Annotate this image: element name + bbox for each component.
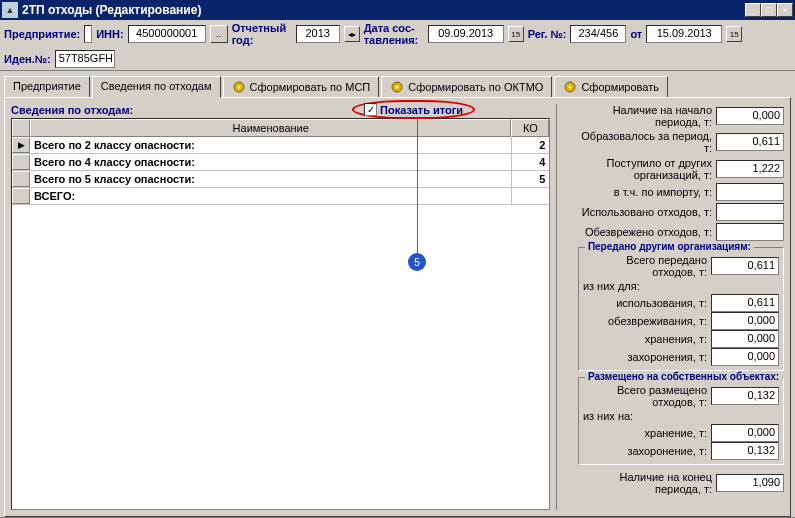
val[interactable]: 0,000 (711, 330, 779, 348)
val[interactable]: 0,000 (711, 348, 779, 366)
svg-point-1 (237, 86, 240, 89)
gear-icon (563, 80, 577, 94)
val[interactable]: 1,090 (716, 474, 784, 492)
lbl: Использовано отходов, т: (578, 206, 716, 218)
lbl: Образовалось за период, т: (578, 130, 716, 154)
tab-form-label: Сформировать (581, 81, 659, 93)
group-transferred: Передано другим организациям: Всего пере… (578, 247, 784, 371)
row-indicator-icon (12, 171, 30, 187)
table-row[interactable]: ▶ Всего по 2 классу опасности: 2 (12, 137, 549, 154)
cell-ko: 4 (511, 154, 549, 170)
org-field[interactable] (84, 25, 92, 43)
val[interactable] (716, 223, 784, 241)
col-ko[interactable]: КО (511, 119, 549, 137)
show-totals-checkbox[interactable]: ✓ (364, 103, 377, 116)
tab-form-msp[interactable]: Сформировать по МСП (223, 76, 380, 98)
svg-point-5 (569, 86, 572, 89)
iden-field[interactable]: 57T85GFH (55, 50, 115, 68)
lbl: в т.ч. по импорту, т: (578, 186, 716, 198)
sublabel: из них для: (583, 278, 779, 294)
lbl: хранение, т: (583, 427, 711, 439)
date-calendar-icon[interactable]: 15 (508, 26, 524, 42)
row-indicator-icon (12, 188, 30, 204)
table-row[interactable]: ВСЕГО: (12, 188, 549, 205)
svg-point-3 (396, 86, 399, 89)
tab-form-msp-label: Сформировать по МСП (250, 81, 371, 93)
val[interactable]: 0,000 (711, 312, 779, 330)
close-button[interactable]: × (777, 3, 793, 17)
year-stepper-icon[interactable]: ◂▸ (344, 26, 360, 42)
minimize-button[interactable]: _ (745, 3, 761, 17)
group-title: Передано другим организациям: (585, 241, 754, 252)
inn-label: ИНН: (96, 28, 123, 40)
annotation-line (417, 116, 418, 256)
lbl: захоронение, т: (583, 445, 711, 457)
year-label: Отчетный год: (232, 22, 292, 46)
app-icon: ▲ (2, 2, 18, 18)
val[interactable] (716, 183, 784, 201)
show-totals-label: Показать итоги (380, 104, 463, 116)
lbl: Поступило от других организаций, т: (578, 157, 716, 181)
show-totals-wrap[interactable]: ✓ Показать итоги (352, 100, 475, 119)
lbl: использования, т: (583, 297, 711, 309)
lbl: обезвреживания, т: (583, 315, 711, 327)
tab-form-oktmo-label: Сформировать по ОКТМО (408, 81, 543, 93)
lbl: Наличие на конец периода, т: (578, 471, 716, 495)
col-name[interactable]: Наименование (30, 119, 511, 137)
iden-label: Иден.№: (4, 53, 51, 65)
from-field[interactable]: 15.09.2013 (646, 25, 722, 43)
content-pane: ✓ Показать итоги 5 Сведения по отходам: … (4, 97, 791, 517)
reg-label: Рег. №: (528, 28, 567, 40)
tab-waste-info[interactable]: Сведения по отходам (92, 76, 221, 98)
lbl: захоронения, т: (583, 351, 711, 363)
data-grid[interactable]: Наименование КО ▶ Всего по 2 классу опас… (11, 118, 550, 510)
lbl: Наличие на начало периода, т: (578, 104, 716, 128)
toolbar: Предприятие: ИНН: 4500000001 .. Отчетный… (0, 20, 795, 71)
inn-ellipsis-button[interactable]: .. (210, 25, 228, 43)
lbl: Обезврежено отходов, т: (578, 226, 716, 238)
cell-name: ВСЕГО: (30, 188, 511, 204)
val[interactable] (716, 203, 784, 221)
row-indicator-icon: ▶ (12, 137, 30, 153)
window-title: 2ТП отходы (Редактирование) (22, 3, 745, 17)
group-placed: Размещено на собственных объектах: Всего… (578, 377, 784, 465)
grid-body: ▶ Всего по 2 классу опасности: 2 Всего п… (12, 137, 549, 509)
val[interactable]: 0,611 (711, 257, 779, 275)
date-label: Дата сос- тавления: (364, 22, 424, 46)
group-title: Размещено на собственных объектах: (585, 371, 782, 382)
tab-strip: Предприятие Сведения по отходам Сформиро… (0, 71, 795, 97)
val[interactable]: 0,611 (716, 133, 784, 151)
tab-form[interactable]: Сформировать (554, 76, 668, 98)
from-calendar-icon[interactable]: 15 (726, 26, 742, 42)
org-label: Предприятие: (4, 28, 80, 40)
year-field[interactable]: 2013 (296, 25, 340, 43)
vertical-scrollbar[interactable] (556, 104, 571, 510)
val[interactable]: 0,132 (711, 442, 779, 460)
cell-name: Всего по 4 классу опасности: (30, 154, 511, 170)
tab-form-oktmo[interactable]: Сформировать по ОКТМО (381, 76, 552, 98)
val[interactable]: 0,132 (711, 387, 779, 405)
date-field[interactable]: 09.09.2013 (428, 25, 504, 43)
cell-ko (511, 188, 549, 204)
val[interactable]: 1,222 (716, 160, 784, 178)
val[interactable]: 0,000 (711, 424, 779, 442)
reg-field[interactable]: 234/456 (570, 25, 626, 43)
inn-field[interactable]: 4500000001 (128, 25, 206, 43)
table-row[interactable]: Всего по 4 классу опасности: 4 (12, 154, 549, 171)
cell-ko: 5 (511, 171, 549, 187)
summary-panel: Наличие на начало периода, т:0,000 Образ… (578, 104, 784, 510)
lbl: Всего размещено отходов, т: (583, 384, 711, 408)
col-rowheader (12, 119, 30, 137)
lbl: Всего передано отходов, т: (583, 254, 711, 278)
titlebar: ▲ 2ТП отходы (Редактирование) _ □ × (0, 0, 795, 20)
cell-ko: 2 (511, 137, 549, 153)
table-row[interactable]: Всего по 5 классу опасности: 5 (12, 171, 549, 188)
maximize-button[interactable]: □ (761, 3, 777, 17)
gear-icon (232, 80, 246, 94)
val[interactable]: 0,611 (711, 294, 779, 312)
val[interactable]: 0,000 (716, 107, 784, 125)
gear-icon (390, 80, 404, 94)
tab-enterprise[interactable]: Предприятие (4, 76, 90, 98)
lbl: хранения, т: (583, 333, 711, 345)
from-label: от (630, 28, 642, 40)
